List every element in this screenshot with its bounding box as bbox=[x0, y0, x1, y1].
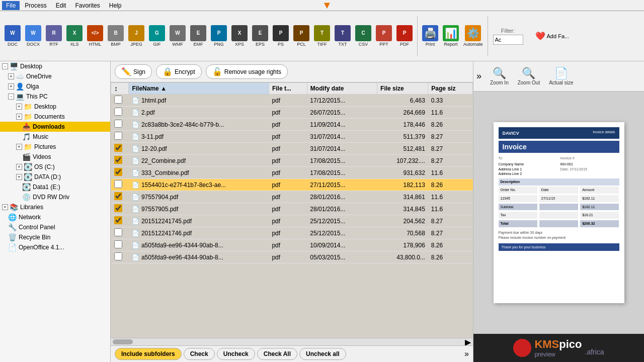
row-checkbox[interactable] bbox=[114, 228, 122, 236]
toolbar-print[interactable]: 🖨️Print bbox=[421, 14, 440, 58]
row-checkbox[interactable] bbox=[114, 132, 122, 140]
toolbar-csv[interactable]: CCSV bbox=[354, 14, 373, 58]
sidebar-item-data1e[interactable]: 💽 Data1 (E:) bbox=[0, 182, 110, 192]
expand-bottom-icon[interactable]: » bbox=[464, 349, 469, 358]
sidebar-item-network[interactable]: 🌐 Network bbox=[0, 212, 110, 222]
sidebar-item-desktop-sub[interactable]: + 📁 Desktop bbox=[0, 102, 110, 112]
toolbar-xps[interactable]: XXPS bbox=[230, 14, 249, 58]
table-row[interactable]: 📄2.pdfpdf26/07/2015...264,66911.6 bbox=[111, 107, 473, 119]
row-checkbox[interactable] bbox=[114, 96, 122, 104]
table-row[interactable]: 📄a505fda9-ee96-4344-90ab-8...pdf10/09/20… bbox=[111, 239, 473, 251]
table-row[interactable]: 📄1554401c-e27f-41b7-8ec3-ae...pdf27/11/2… bbox=[111, 179, 473, 191]
col-header-pagesize[interactable]: Page siz bbox=[428, 83, 473, 95]
toolbar-ps[interactable]: PPS bbox=[271, 14, 290, 58]
add-favorites-button[interactable]: ❤️ Add Fa... bbox=[531, 29, 574, 43]
check-button[interactable]: Check bbox=[184, 348, 215, 360]
row-checkbox[interactable] bbox=[114, 216, 122, 224]
col-header-type[interactable]: File t... bbox=[269, 83, 307, 95]
toolbar-eps[interactable]: EEPS bbox=[251, 14, 270, 58]
row-checkbox[interactable] bbox=[114, 108, 122, 116]
toolbar-bmp[interactable]: BBMP bbox=[106, 14, 125, 58]
expand-preview-icon[interactable]: » bbox=[476, 71, 481, 81]
sidebar-item-recyclebin[interactable]: 🗑️ Recycle Bin bbox=[0, 232, 110, 242]
table-row[interactable]: 📄97557905.pdfpdf28/01/2016...314,84511.6 bbox=[111, 203, 473, 215]
toolbar-html[interactable]: </>HTML bbox=[86, 14, 105, 58]
col-header-date[interactable]: Modify date bbox=[307, 83, 377, 95]
sidebar-item-controlpanel[interactable]: 🔧 Control Panel bbox=[0, 222, 110, 232]
menu-favorites[interactable]: Favorites bbox=[71, 1, 104, 10]
expand-documents[interactable]: + bbox=[16, 114, 22, 120]
sidebar-item-olga[interactable]: + 👤 Olga bbox=[0, 81, 110, 92]
row-checkbox[interactable] bbox=[114, 252, 122, 260]
row-checkbox[interactable] bbox=[114, 168, 122, 176]
file-table-wrap[interactable]: ↕ FileName ▲ File t... Modify date File … bbox=[111, 82, 473, 338]
table-row[interactable]: 📄97557904.pdfpdf28/01/2016...314,86111.6 bbox=[111, 191, 473, 203]
row-checkbox[interactable] bbox=[114, 192, 122, 200]
row-checkbox[interactable] bbox=[114, 120, 122, 128]
expand-osc[interactable]: + bbox=[16, 164, 22, 170]
row-checkbox[interactable] bbox=[114, 240, 122, 248]
filter-input[interactable] bbox=[493, 35, 523, 45]
toolbar-pdf[interactable]: PPDF bbox=[395, 14, 414, 58]
expand-datad[interactable]: + bbox=[16, 174, 22, 180]
toolbar-wmf[interactable]: WWMF bbox=[168, 14, 187, 58]
table-row[interactable]: 📄333_Combine.pdfpdf17/08/2015...931,6321… bbox=[111, 167, 473, 179]
toolbar-docx[interactable]: WDOCX bbox=[24, 14, 43, 58]
sidebar-item-libraries[interactable]: + 📚 Libraries bbox=[0, 202, 110, 212]
row-checkbox[interactable] bbox=[114, 156, 122, 164]
actual-size-button[interactable]: 📄 Actual size bbox=[546, 64, 576, 88]
toolbar-doc[interactable]: WDOC bbox=[3, 14, 22, 58]
menu-file[interactable]: File bbox=[2, 1, 20, 10]
table-row[interactable]: 📄2c83a8bb-3ce2-484c-b779-b...pdf11/09/20… bbox=[111, 119, 473, 131]
table-row[interactable]: 📄201512241745.pdfpdf25/12/2015...204,562… bbox=[111, 215, 473, 227]
expand-thispc[interactable]: - bbox=[8, 94, 14, 100]
expand-olga[interactable]: + bbox=[8, 83, 14, 89]
toolbar-gif[interactable]: GGIF bbox=[147, 14, 167, 58]
sidebar-item-openoffice[interactable]: 📄 OpenOffice 4.1... bbox=[0, 242, 110, 252]
sidebar-item-thispc[interactable]: - 💻 This PC bbox=[0, 92, 110, 102]
table-row[interactable]: 📄12-20.pdfpdf31/07/2014...512,4818.27 bbox=[111, 143, 473, 155]
toolbar-pcl[interactable]: PPCL bbox=[292, 14, 311, 58]
toolbar-emf[interactable]: EEMF bbox=[189, 14, 208, 58]
sidebar-item-videos[interactable]: 🎬 Videos bbox=[0, 152, 110, 162]
sidebar-item-osc[interactable]: + 💽 OS (C:) bbox=[0, 162, 110, 172]
remove-rights-button[interactable]: 🔓 Remove usage rights bbox=[206, 64, 288, 79]
col-header-filename[interactable]: FileName ▲ bbox=[129, 83, 269, 95]
toolbar-rtf[interactable]: RRTF bbox=[44, 14, 63, 58]
table-row[interactable]: 📄22_Combine.pdfpdf17/08/2015...107,232..… bbox=[111, 155, 473, 167]
zoom-in-button[interactable]: 🔍 Zoom In bbox=[488, 64, 511, 88]
sidebar-item-music[interactable]: 🎵 Music bbox=[0, 132, 110, 142]
sidebar-item-documents[interactable]: + 📁 Documents bbox=[0, 112, 110, 122]
sign-button[interactable]: ✏️ Sign bbox=[115, 64, 152, 79]
menu-process[interactable]: Process bbox=[21, 1, 50, 10]
table-row[interactable]: 📄1html.pdfpdf17/12/2015...6,4630.33 bbox=[111, 95, 473, 107]
row-checkbox[interactable] bbox=[114, 204, 122, 212]
uncheck-all-button[interactable]: Uncheck all bbox=[299, 348, 346, 360]
check-all-button[interactable]: Check All bbox=[257, 348, 297, 360]
toolbar-report[interactable]: 📊Report bbox=[441, 14, 460, 58]
expand-desktop[interactable]: - bbox=[2, 63, 8, 69]
expand-pictures[interactable]: + bbox=[16, 144, 22, 150]
col-header-check[interactable]: ↕ bbox=[111, 83, 129, 95]
sidebar-item-downloads[interactable]: 📥 Downloads bbox=[0, 122, 110, 132]
expand-desktop-sub[interactable]: + bbox=[16, 104, 22, 110]
scrollbar-thumb[interactable] bbox=[113, 339, 133, 344]
toolbar-tiff[interactable]: TTIFF bbox=[312, 14, 332, 58]
toolbar-txt[interactable]: TTXT bbox=[333, 14, 352, 58]
sidebar-item-dvdrw[interactable]: 💿 DVD RW Driv bbox=[0, 192, 110, 202]
table-row[interactable]: 📄3-11.pdfpdf31/07/2014...511,3798.27 bbox=[111, 131, 473, 143]
sidebar-item-pictures[interactable]: + 📁 Pictures bbox=[0, 142, 110, 152]
toolbar-jpeg[interactable]: JJPEG bbox=[127, 14, 146, 58]
sidebar-item-datad[interactable]: + 💽 DATA (D:) bbox=[0, 172, 110, 182]
encrypt-button[interactable]: 🔒 Encrypt bbox=[156, 64, 202, 79]
toolbar-xls[interactable]: XXLS bbox=[65, 14, 84, 58]
col-header-size[interactable]: File size bbox=[377, 83, 428, 95]
table-row[interactable]: 📄a505fda9-ee96-4344-90ab-8...pdf05/03/20… bbox=[111, 251, 473, 263]
toolbar-png[interactable]: PPNG bbox=[209, 14, 228, 58]
sidebar-item-desktop[interactable]: - 🖥️ Desktop bbox=[0, 61, 110, 71]
expand-onedrive[interactable]: + bbox=[8, 73, 14, 79]
zoom-out-button[interactable]: 🔍 Zoom Out bbox=[515, 64, 542, 88]
expand-libraries[interactable]: + bbox=[2, 204, 8, 210]
sidebar-item-onedrive[interactable]: + ☁️ OneDrive bbox=[0, 71, 110, 81]
uncheck-button[interactable]: Uncheck bbox=[217, 348, 255, 360]
